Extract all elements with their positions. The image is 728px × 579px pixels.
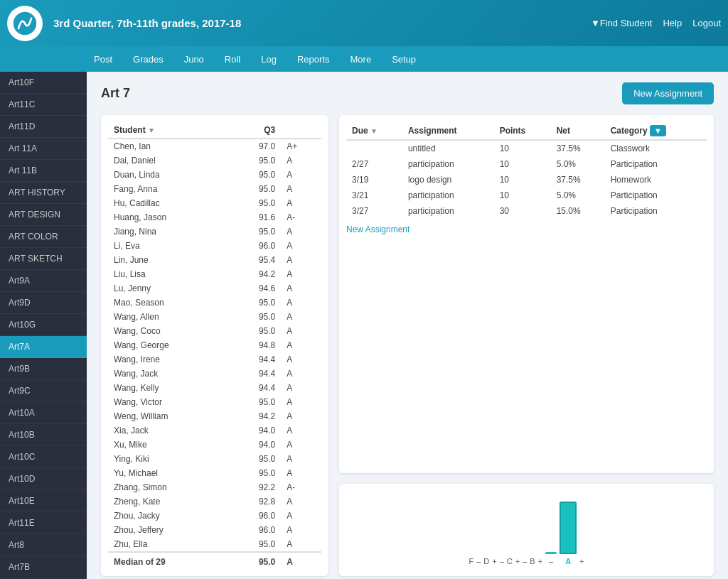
sidebar-item-art11d[interactable]: Art11D [0,116,87,138]
student-grade: A [281,352,321,367]
student-score: 91.6 [230,210,281,224]
student-name[interactable]: Dai, Daniel [108,153,230,168]
sidebar-item-art9c[interactable]: Art9C [0,380,87,402]
sidebar-item-art10b[interactable]: Art10B [0,424,87,446]
student-score: 94.2 [230,409,281,423]
chart-label: – [500,557,504,566]
logout-link[interactable]: Logout [692,18,721,28]
student-name[interactable]: Mao, Season [108,296,230,310]
assignment-name-cell[interactable]: participation [402,156,494,172]
net-cell: 37.5% [551,172,605,188]
sidebar-item-art7a[interactable]: Art7A [0,336,87,358]
sidebar-item-art-11b[interactable]: Art 11B [0,160,87,182]
chart-label: – [549,557,553,566]
student-name[interactable]: Lu, Jenny [108,281,230,296]
nav-post[interactable]: Post [85,50,121,69]
table-row: Wang, George 94.8 A [108,338,321,352]
sidebar-item-art10d[interactable]: Art10D [0,468,87,490]
sidebar-item-art-design[interactable]: ART DESIGN [0,204,87,226]
nav-grades[interactable]: Grades [124,50,172,69]
student-name[interactable]: Weng, William [108,409,230,423]
student-name[interactable]: Zheng, Kate [108,494,230,509]
student-name[interactable]: Duan, Linda [108,168,230,182]
table-row: Wang, Coco 95.0 A [108,324,321,338]
sidebar-item-art9a[interactable]: Art9A [0,270,87,292]
student-name[interactable]: Yu, Michael [108,466,230,480]
nav-log[interactable]: Log [252,50,285,69]
student-grade: A [281,296,321,310]
assignment-name-cell[interactable]: participation [402,203,494,219]
student-name[interactable]: Zhu, Ella [108,537,230,552]
student-score: 94.4 [230,352,281,367]
nav-more[interactable]: More [342,50,380,69]
category-cell: Participation [605,203,707,219]
filter-button[interactable]: ▼ [650,125,666,136]
find-student-link[interactable]: Find Student [600,18,653,28]
student-name[interactable]: Wang, George [108,338,230,352]
table-row: Li, Eva 96.0 A [108,239,321,253]
student-grade: A [281,153,321,168]
student-name[interactable]: Jiang, Nina [108,224,230,239]
dropdown-icon[interactable]: ▼ [591,18,600,28]
student-name[interactable]: Zhang, Simon [108,480,230,494]
student-name[interactable]: Wang, Jack [108,367,230,381]
student-name[interactable]: Zhou, Jacky [108,509,230,523]
table-row: Xia, Jack 94.0 A [108,423,321,438]
student-name[interactable]: Lin, June [108,253,230,267]
grade-header [281,122,321,139]
student-name[interactable]: Wang, Allen [108,310,230,324]
student-name[interactable]: Wang, Kelly [108,381,230,395]
table-row: Zhou, Jeffery 96.0 A [108,523,321,537]
assignment-name-cell[interactable]: participation [402,188,494,203]
student-name[interactable]: Liu, Lisa [108,267,230,281]
sidebar-item-art11e[interactable]: Art11E [0,512,87,534]
sidebar-item-art7b[interactable]: Art7B [0,556,87,578]
nav-reports[interactable]: Reports [289,50,338,69]
chart-column: – [500,502,504,566]
sidebar-item-art10f[interactable]: Art10F [0,72,87,94]
student-name[interactable]: Wang, Victor [108,395,230,409]
chart-column: A [560,502,577,566]
sidebar-item-art10g[interactable]: Art10G [0,314,87,336]
new-assignment-link[interactable]: New Assignment [346,224,410,234]
sidebar-item-art11c[interactable]: Art11C [0,94,87,116]
student-name[interactable]: Wang, Coco [108,324,230,338]
sidebar-item-art8[interactable]: Art8 [0,534,87,556]
student-score: 92.8 [230,494,281,509]
sidebar-item-art10e[interactable]: Art10E [0,490,87,512]
student-grade: A [281,509,321,523]
sidebar-item-art-sketch[interactable]: ART SKETCH [0,248,87,270]
student-name[interactable]: Li, Eva [108,239,230,253]
student-name[interactable]: Ying, Kiki [108,452,230,466]
student-name[interactable]: Fang, Anna [108,182,230,196]
sidebar-item-art9d[interactable]: Art9D [0,292,87,314]
student-name[interactable]: Hu, Cadillac [108,196,230,210]
assignment-name-cell[interactable]: logo design [402,172,494,188]
student-name[interactable]: Zhou, Jeffery [108,523,230,537]
student-score: 95.0 [230,224,281,239]
help-link[interactable]: Help [663,18,682,28]
sidebar-item-art-history[interactable]: ART HISTORY [0,182,87,204]
student-header[interactable]: Student ▼ [108,122,230,139]
sidebar-item-art-11a[interactable]: Art 11A [0,138,87,160]
new-assignment-button[interactable]: New Assignment [622,82,714,104]
table-row: Xu, Mike 94.0 A [108,438,321,452]
nav-juno[interactable]: Juno [176,50,213,69]
assignment-name-cell[interactable]: untitled [402,140,494,156]
student-name[interactable]: Chen, Ian [108,139,230,153]
student-name[interactable]: Xia, Jack [108,423,230,438]
student-name[interactable]: Wang, Irene [108,352,230,367]
student-name[interactable]: Xu, Mike [108,438,230,452]
sidebar-item-art-color[interactable]: ART COLOR [0,226,87,248]
chart-label: A [565,557,571,566]
sidebar-item-art10a[interactable]: Art10A [0,402,87,424]
nav-roll[interactable]: Roll [216,50,249,69]
sidebar: Art10FArt11CArt11DArt 11AArt 11BART HIST… [0,72,87,579]
category-cell: Homework [605,172,707,188]
sidebar-item-art9b[interactable]: Art9B [0,358,87,380]
sidebar-item-art10c[interactable]: Art10C [0,446,87,468]
nav-setup[interactable]: Setup [383,50,424,69]
student-score: 96.0 [230,239,281,253]
student-name[interactable]: Huang, Jason [108,210,230,224]
student-grade: A [281,310,321,324]
